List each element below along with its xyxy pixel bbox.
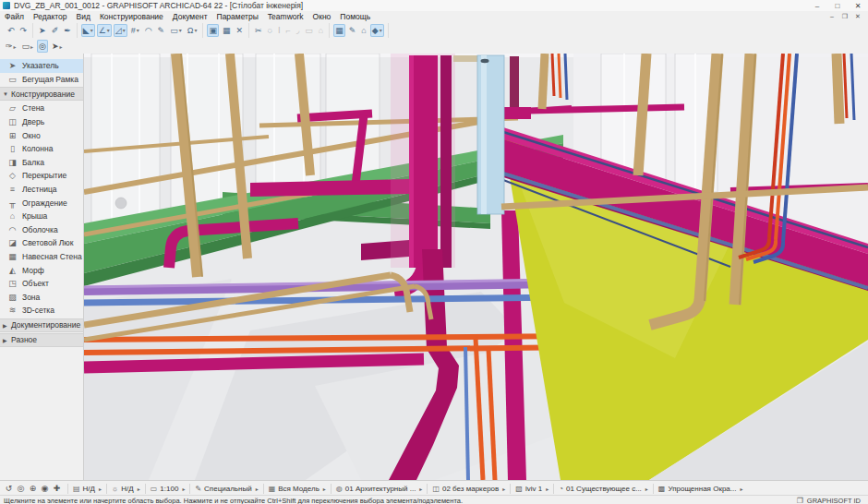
maximize-button[interactable]: □ [827,2,848,10]
intersect-button[interactable]: ⌐ [284,24,293,37]
magenta-pipe-lower[interactable] [84,359,424,367]
home-story-button[interactable]: ⌂ [359,24,368,37]
look-to-icon[interactable]: ◉ [39,484,51,493]
grid-snap-dropdown-icon[interactable]: ▾ [137,27,139,33]
pen-sets-dropdown-icon[interactable]: ▸ [14,43,17,50]
scale-dropdown[interactable]: ▭1:100▸ [148,485,188,493]
mdi-minimize-button[interactable]: – [826,13,838,20]
tool-cursor[interactable]: ➤Указатель [0,59,83,73]
favorites-button[interactable]: ➤ [37,24,48,37]
mdi-close-button[interactable]: ✕ [851,13,864,20]
fillet-button[interactable]: ◞ [295,24,302,37]
menu-item-1[interactable]: Редактор [29,12,72,21]
explore-icon[interactable]: ◎ [15,484,27,493]
pen-button[interactable]: ✎ [347,24,358,37]
menu-item-7[interactable]: Окно [308,12,336,21]
menu-item-6[interactable]: Teamwork [263,12,308,21]
3d-cube-button[interactable]: ◆▾ [370,24,384,37]
model-filter-dropdown[interactable]: ▦Вся Модель▸ [266,485,329,493]
renovation-filter-dropdown[interactable]: ◔01 Существующее с...▸ [556,485,651,493]
guideline-button[interactable]: ◣▾ [81,24,95,37]
tool-window[interactable]: ⊞Окно [0,128,83,142]
lock-dropdown-icon[interactable]: ▾ [194,27,197,33]
undo-button[interactable]: ↶ [6,24,17,37]
trim-button[interactable]: ✂ [253,24,264,37]
tool-curtain-wall[interactable]: ▦Навесная Стена [0,250,83,264]
tool-stair[interactable]: ≡Лестница [0,183,83,197]
pickup-parameters-button[interactable]: ✐ [50,24,61,37]
zoom-icon[interactable]: ⊕ [27,484,39,493]
snap-guides-dropdown-icon[interactable]: ▾ [107,27,110,33]
3d-cube-dropdown-icon[interactable]: ▾ [380,27,382,33]
roof-tool-button[interactable]: ⌂ [317,24,325,37]
pipe-fitting-sphere[interactable] [115,198,127,209]
pen-sets-button[interactable]: ✑▸ [4,40,18,53]
quill-button[interactable]: ✎ [156,24,167,37]
dimensions-dropdown[interactable]: ◫02 без маркеров▸ [429,485,508,493]
tool-slab[interactable]: ◇Перекрытие [0,169,83,183]
tool-door[interactable]: ◫Дверь [0,115,83,129]
pen-set-dropdown[interactable]: ✎Специальный▸ [192,485,260,493]
tool-zone[interactable]: ▨Зона [0,291,83,305]
menu-item-2[interactable]: Вид [72,12,95,21]
layer-combination-dropdown[interactable]: ◍01 Архитектурный ...▸ [333,485,426,493]
tool-morph[interactable]: ◭Морф [0,263,83,277]
toolbox-section-Разное[interactable]: ▶Разное [0,333,83,347]
table-button[interactable]: ▦ [221,24,233,37]
camera-settings-dropdown[interactable]: ▤Н/Д▸ [70,485,104,493]
tool-skylight[interactable]: ◪Световой Люк [0,236,83,250]
gravity-button[interactable]: ◠ [143,24,154,37]
arrow-method-button[interactable]: ➤▸ [50,40,65,53]
guideline-dropdown-icon[interactable]: ▾ [90,27,93,33]
orbit-icon[interactable]: ↺ [3,484,15,493]
lock-button[interactable]: Ω▾ [186,24,199,37]
tool-object[interactable]: ◳Объект [0,277,83,291]
tool-column[interactable]: ▯Колонна [0,142,83,156]
tool-mesh[interactable]: ≋3D-сетка [0,304,83,318]
grid-snap-button[interactable]: #▾ [129,24,141,37]
redo-button[interactable]: ↷ [18,24,30,37]
delete-button[interactable]: ✕ [234,24,245,37]
adjust-button[interactable]: Ⅰ [276,24,283,37]
graphic-override-dropdown[interactable]: ▩Упрощенная Окра...▸ [656,485,746,493]
mdi-restore-button[interactable]: ❐ [838,13,851,20]
graphisoft-id-button[interactable]: ❐ GRAPHISOFT ID [797,497,868,504]
tool-roof[interactable]: ⌂Крыша [0,210,83,223]
tool-railing[interactable]: ╥Ограждение [0,196,83,210]
minimize-button[interactable]: – [807,2,827,10]
magenta-pipe-top-right[interactable] [490,107,684,112]
menu-item-4[interactable]: Документ [168,12,212,21]
tool-beam[interactable]: ◨Балка [0,156,83,170]
move-button[interactable]: ▣ [207,24,219,37]
marquee-options-button[interactable]: ▭▸ [20,40,36,53]
split-button[interactable]: ◌ [266,24,274,37]
tool-label: Лестница [22,185,57,194]
tool-marquee[interactable]: ▭Бегущая Рамка [0,73,83,87]
dropdown-arrow-icon: ▸ [256,486,259,492]
protractor-dropdown-icon[interactable]: ▾ [123,27,126,33]
toolbox-section-Документирование[interactable]: ▶Документирование [0,318,83,332]
project-location-dropdown[interactable]: ▧lviv 1▸ [512,485,551,493]
sun-settings-dropdown[interactable]: ☼Н/Д▸ [109,485,143,493]
model-filter-icon: ▦ [269,485,276,493]
menu-item-3[interactable]: Конструирование [95,12,168,21]
inject-parameters-button[interactable]: ✒ [62,24,73,37]
protractor-button[interactable]: ◿▾ [114,24,127,37]
resize-button[interactable]: ▭ [303,24,315,37]
menu-item-0[interactable]: Файл [0,12,29,21]
snap-guides-button[interactable]: ∠▾ [97,24,112,37]
walk-icon[interactable]: ✚ [51,484,63,493]
marquee-options-dropdown-icon[interactable]: ▸ [30,43,33,50]
frame-dropdown-icon[interactable]: ▾ [179,27,182,33]
tool-wall[interactable]: ▱Стена [0,102,83,115]
frame-button[interactable]: ▭▾ [168,24,184,37]
close-button[interactable]: ✕ [848,2,868,10]
tool-shell[interactable]: ◠Оболочка [0,223,83,237]
menu-item-5[interactable]: Параметры [212,12,263,21]
menu-item-8[interactable]: Помощь [335,12,375,21]
circle-method-button[interactable]: ◎ [37,40,48,53]
3d-viewport[interactable] [84,54,868,480]
toolbox-section-Конструирование[interactable]: ▼Конструирование [0,87,83,101]
arrow-method-dropdown-icon[interactable]: ▸ [60,43,63,50]
grid-pen-button[interactable]: ▦ [333,24,345,37]
